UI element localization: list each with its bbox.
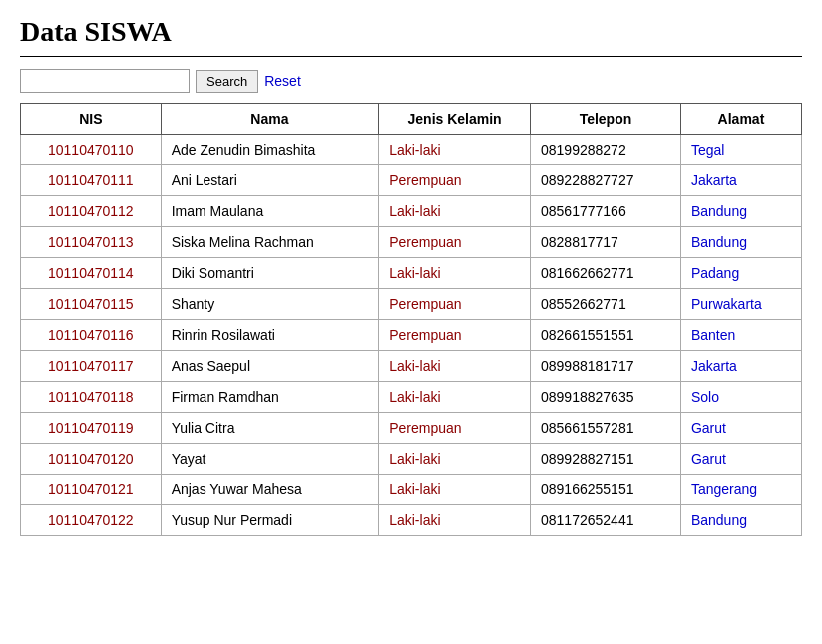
cell-nama: Ani Lestari [161,165,379,196]
cell-alamat: Jakarta [680,165,801,196]
cell-nis: 10110470113 [21,227,162,258]
cell-alamat: Tegal [680,135,801,165]
cell-alamat: Tangerang [680,475,801,505]
cell-nis: 10110470118 [21,382,162,413]
cell-alamat: Bandung [680,227,801,258]
header-row: NIS Nama Jenis Kelamin Telepon Alamat [21,104,802,135]
table-row: 10110470118Firman RamdhanLaki-laki089918… [21,382,802,413]
cell-nis: 10110470117 [21,351,162,382]
reset-link[interactable]: Reset [264,73,301,89]
cell-telepon: 085661557281 [531,413,681,444]
cell-telepon: 08199288272 [531,135,681,165]
cell-alamat: Garut [680,413,801,444]
cell-telepon: 082661551551 [531,320,681,351]
cell-alamat: Purwakarta [680,289,801,320]
table-row: 10110470117Anas SaepulLaki-laki089988181… [21,351,802,382]
cell-nis: 10110470121 [21,475,162,505]
cell-nama: Diki Somantri [161,258,379,289]
cell-jenis: Perempuan [379,165,531,196]
cell-nis: 10110470111 [21,165,162,196]
cell-alamat: Garut [680,444,801,475]
cell-nama: Siska Melina Rachman [161,227,379,258]
cell-nis: 10110470119 [21,413,162,444]
cell-nama: Firman Ramdhan [161,382,379,413]
cell-telepon: 081662662771 [531,258,681,289]
table-row: 10110470122Yusup Nur PermadiLaki-laki081… [21,505,802,536]
table-row: 10110470120YayatLaki-laki089928827151Gar… [21,444,802,475]
table-row: 10110470110Ade Zenudin BimashitaLaki-lak… [21,135,802,165]
cell-jenis: Laki-laki [379,196,531,227]
cell-nama: Yulia Citra [161,413,379,444]
cell-telepon: 081172652441 [531,505,681,536]
cell-alamat: Jakarta [680,351,801,382]
cell-nama: Anjas Yuwar Mahesa [161,475,379,505]
cell-nis: 10110470116 [21,320,162,351]
cell-jenis: Laki-laki [379,475,531,505]
cell-nama: Imam Maulana [161,196,379,227]
cell-nis: 10110470112 [21,196,162,227]
cell-telepon: 089918827635 [531,382,681,413]
cell-alamat: Banten [680,320,801,351]
cell-telepon: 089228827727 [531,165,681,196]
cell-telepon: 089988181717 [531,351,681,382]
cell-jenis: Perempuan [379,227,531,258]
cell-telepon: 089928827151 [531,444,681,475]
col-nis: NIS [21,104,162,135]
cell-nama: Shanty [161,289,379,320]
cell-alamat: Padang [680,258,801,289]
table-body: 10110470110Ade Zenudin BimashitaLaki-lak… [21,135,802,536]
cell-nama: Yusup Nur Permadi [161,505,379,536]
table-row: 10110470121Anjas Yuwar MahesaLaki-laki08… [21,475,802,505]
table-row: 10110470115ShantyPerempuan08552662771Pur… [21,289,802,320]
cell-alamat: Bandung [680,505,801,536]
search-button[interactable]: Search [196,70,258,93]
cell-telepon: 089166255151 [531,475,681,505]
table-row: 10110470114Diki SomantriLaki-laki0816626… [21,258,802,289]
cell-nama: Anas Saepul [161,351,379,382]
search-input[interactable] [20,69,190,93]
table-row: 10110470119Yulia CitraPerempuan085661557… [21,413,802,444]
cell-nama: Rinrin Rosilawati [161,320,379,351]
cell-telepon: 08561777166 [531,196,681,227]
col-telepon: Telepon [531,104,681,135]
table-row: 10110470111Ani LestariPerempuan089228827… [21,165,802,196]
cell-jenis: Laki-laki [379,258,531,289]
cell-jenis: Laki-laki [379,351,531,382]
cell-nis: 10110470110 [21,135,162,165]
col-alamat: Alamat [680,104,801,135]
cell-jenis: Perempuan [379,320,531,351]
cell-jenis: Perempuan [379,289,531,320]
col-jenis-kelamin: Jenis Kelamin [379,104,531,135]
search-bar: Search Reset [20,69,802,93]
table-row: 10110470112Imam MaulanaLaki-laki08561777… [21,196,802,227]
cell-jenis: Laki-laki [379,135,531,165]
cell-alamat: Bandung [680,196,801,227]
cell-jenis: Perempuan [379,413,531,444]
cell-nama: Ade Zenudin Bimashita [161,135,379,165]
cell-jenis: Laki-laki [379,382,531,413]
students-table: NIS Nama Jenis Kelamin Telepon Alamat 10… [20,103,802,536]
cell-nis: 10110470115 [21,289,162,320]
table-header: NIS Nama Jenis Kelamin Telepon Alamat [21,104,802,135]
page-title: Data SISWA [20,16,802,48]
cell-telepon: 0828817717 [531,227,681,258]
table-row: 10110470113Siska Melina RachmanPerempuan… [21,227,802,258]
cell-jenis: Laki-laki [379,444,531,475]
table-row: 10110470116Rinrin RosilawatiPerempuan082… [21,320,802,351]
cell-nis: 10110470114 [21,258,162,289]
col-nama: Nama [161,104,379,135]
cell-nis: 10110470122 [21,505,162,536]
cell-nama: Yayat [161,444,379,475]
cell-telepon: 08552662771 [531,289,681,320]
cell-nis: 10110470120 [21,444,162,475]
cell-jenis: Laki-laki [379,505,531,536]
cell-alamat: Solo [680,382,801,413]
